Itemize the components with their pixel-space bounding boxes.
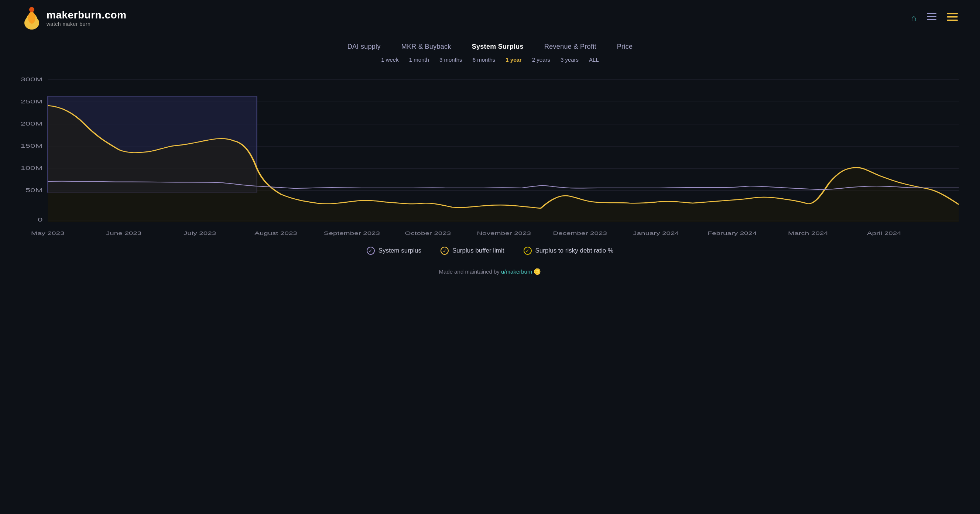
- svg-rect-8: [947, 16, 958, 18]
- legend-surplus-buffer-label: Surplus buffer limit: [452, 247, 504, 255]
- svg-text:200M: 200M: [20, 121, 43, 127]
- filter-3months[interactable]: 3 months: [439, 56, 462, 63]
- chart-container: 300M 250M 200M 150M 100M 50M 0 May 2023 …: [15, 69, 965, 239]
- svg-text:May 2023: May 2023: [31, 231, 64, 236]
- filter-3years[interactable]: 3 years: [560, 56, 579, 63]
- legend-risky-debt: ✓ Surplus to risky debt ratio %: [523, 247, 614, 255]
- legend-system-surplus: ✓ System surplus: [367, 247, 421, 255]
- legend-risky-debt-icon: ✓: [523, 247, 532, 255]
- svg-text:250M: 250M: [20, 99, 43, 105]
- header: makerburn.com watch maker burn ⌂: [0, 0, 980, 36]
- time-filters: 1 week 1 month 3 months 6 months 1 year …: [0, 54, 980, 69]
- svg-text:June 2023: June 2023: [106, 231, 142, 236]
- header-icons: ⌂: [911, 13, 958, 23]
- svg-text:April 2024: April 2024: [867, 231, 901, 236]
- svg-text:January 2024: January 2024: [633, 231, 679, 236]
- nav-revenue-profit[interactable]: Revenue & Profit: [544, 43, 597, 51]
- filter-2years[interactable]: 2 years: [532, 56, 550, 63]
- logo-icon: [22, 6, 41, 30]
- legend-surplus-buffer-icon: ✓: [441, 247, 449, 255]
- svg-text:0: 0: [38, 217, 43, 223]
- footer-emoji: 🪙: [534, 269, 541, 275]
- filter-1month[interactable]: 1 month: [409, 56, 429, 63]
- svg-text:150M: 150M: [20, 143, 43, 149]
- nav-mkr-buyback[interactable]: MKR & Buyback: [401, 43, 451, 51]
- main-nav: DAI supply MKR & Buyback System Surplus …: [0, 36, 980, 54]
- svg-rect-5: [927, 16, 936, 17]
- footer: Made and maintained by u/makerburn 🪙: [0, 258, 980, 282]
- list-icon[interactable]: [927, 13, 936, 23]
- svg-text:August 2023: August 2023: [255, 231, 297, 236]
- filter-all[interactable]: ALL: [589, 56, 599, 63]
- svg-text:50M: 50M: [25, 187, 43, 193]
- legend-surplus-buffer: ✓ Surplus buffer limit: [441, 247, 504, 255]
- svg-text:March 2024: March 2024: [788, 231, 828, 236]
- legend-system-surplus-label: System surplus: [379, 247, 421, 255]
- footer-link[interactable]: u/makerburn: [501, 269, 532, 275]
- chart-legend: ✓ System surplus ✓ Surplus buffer limit …: [0, 239, 980, 258]
- site-tagline: watch maker burn: [46, 21, 127, 27]
- filter-6months[interactable]: 6 months: [473, 56, 496, 63]
- filter-1week[interactable]: 1 week: [381, 56, 399, 63]
- svg-text:February 2024: February 2024: [708, 231, 757, 236]
- footer-text: Made and maintained by: [439, 269, 501, 275]
- svg-text:November 2023: November 2023: [477, 231, 531, 236]
- home-icon[interactable]: ⌂: [911, 13, 917, 23]
- svg-text:100M: 100M: [20, 165, 43, 171]
- menu-icon[interactable]: [947, 13, 958, 23]
- logo-area: makerburn.com watch maker burn: [22, 6, 127, 30]
- svg-text:September 2023: September 2023: [324, 231, 380, 236]
- svg-point-3: [29, 7, 34, 12]
- site-name: makerburn.com: [46, 9, 127, 21]
- svg-rect-4: [927, 13, 936, 14]
- nav-dai-supply[interactable]: DAI supply: [347, 43, 381, 51]
- legend-risky-debt-label: Surplus to risky debt ratio %: [535, 247, 614, 255]
- nav-system-surplus[interactable]: System Surplus: [472, 43, 523, 51]
- chart-svg: 300M 250M 200M 150M 100M 50M 0 May 2023 …: [15, 69, 965, 239]
- svg-text:July 2023: July 2023: [183, 231, 216, 236]
- svg-text:300M: 300M: [20, 76, 43, 82]
- svg-rect-6: [927, 19, 936, 20]
- nav-price[interactable]: Price: [617, 43, 633, 51]
- svg-text:October 2023: October 2023: [405, 231, 451, 236]
- svg-point-2: [28, 12, 35, 24]
- svg-text:December 2023: December 2023: [553, 231, 607, 236]
- filter-1year[interactable]: 1 year: [506, 56, 522, 63]
- logo-text-group: makerburn.com watch maker burn: [46, 9, 127, 27]
- legend-system-surplus-icon: ✓: [367, 247, 375, 255]
- svg-rect-7: [947, 13, 958, 14]
- svg-rect-9: [947, 19, 958, 21]
